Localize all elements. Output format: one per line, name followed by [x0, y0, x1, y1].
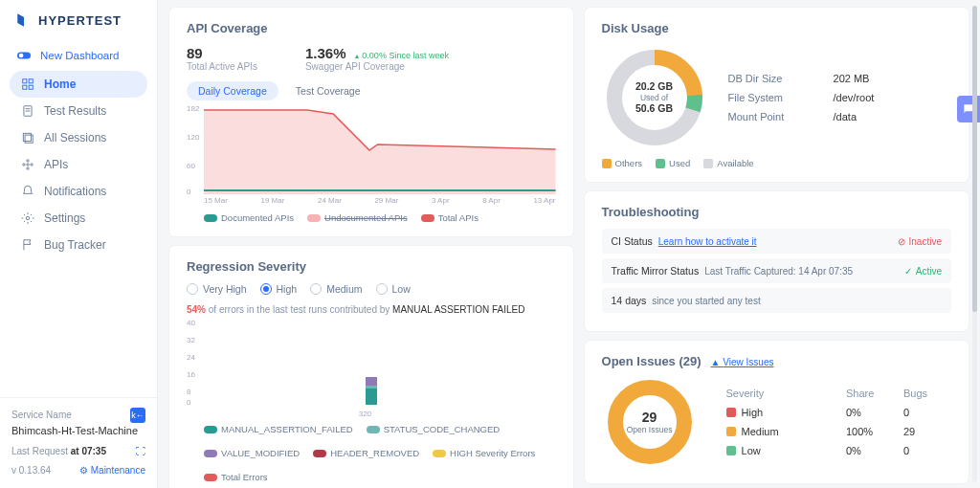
svg-rect-2	[23, 79, 27, 83]
issues-count: 29	[642, 410, 657, 426]
nav-label: APIs	[44, 158, 68, 171]
regression-card: Regression Severity Very HighHighMediumL…	[169, 246, 573, 488]
mirror-status-badge: ✓ Active	[904, 266, 942, 277]
svg-rect-5	[29, 85, 33, 89]
sidebar: HYPERTEST New Dashboard HomeTest Results…	[0, 0, 158, 488]
regression-text: of errors in the last test runs contribu…	[206, 304, 392, 315]
ci-status-row: CI Status Learn how to activate it ⊘ Ina…	[602, 229, 951, 254]
new-dashboard-toggle[interactable]: New Dashboard	[10, 42, 147, 69]
nav-label: Bug Tracker	[44, 238, 106, 252]
disk-usage-title: Disk Usage	[602, 21, 951, 35]
logo-icon	[15, 11, 33, 29]
regression-chart: 40 32 24 16 8 0 320	[204, 321, 556, 416]
view-issues-link[interactable]: ▲ View Issues	[711, 357, 774, 367]
doc-icon	[21, 104, 34, 118]
last-request-label: Last Request	[11, 446, 68, 456]
scrollbar-thumb[interactable]	[972, 6, 977, 312]
legend-item[interactable]: MANUAL_ASSERTION_FAILED	[204, 424, 353, 434]
main: API Coverage 89 Total Active APIs 1.36% …	[158, 0, 980, 488]
tab-daily-coverage[interactable]: Daily Coverage	[187, 81, 278, 100]
nav-label: Notifications	[44, 185, 106, 198]
hdr-severity: Severity	[726, 388, 846, 399]
regression-type: MANUAL ASSERTION FAILED	[392, 304, 524, 315]
svg-point-1	[19, 54, 24, 58]
legend-item[interactable]: VALUE_MODIFIED	[204, 448, 300, 458]
maintenance-link[interactable]: ⚙ Maintenance	[79, 463, 145, 478]
legend-item[interactable]: Available	[703, 158, 753, 168]
radio-low[interactable]: Low	[376, 283, 411, 295]
issues-label: Open Issues	[627, 425, 673, 434]
hdr-bugs: Bugs	[903, 388, 951, 399]
legend-item[interactable]: HIGH Severity Errors	[433, 448, 535, 458]
sidebar-item-test-results[interactable]: Test Results	[10, 98, 147, 124]
svg-point-16	[26, 216, 30, 220]
nav-label: Home	[44, 78, 76, 91]
disk-donut: 20.2 GB Used of 50.6 GB	[602, 45, 707, 150]
sidebar-item-settings[interactable]: Settings	[10, 205, 147, 232]
svg-point-12	[23, 164, 25, 166]
legend-total: Total APIs	[438, 212, 479, 223]
swagger-label: Swagger API Coverage	[305, 61, 449, 72]
sidebar-item-notifications[interactable]: Notifications	[10, 178, 147, 205]
disk-val: /data	[834, 111, 857, 122]
disk-total: 50.6 GB	[635, 102, 673, 115]
legend-item[interactable]: Total Errors	[204, 472, 268, 482]
radio-high[interactable]: High	[260, 283, 298, 295]
legend-item[interactable]: HEADER_REMOVED	[313, 448, 419, 458]
ci-activate-link[interactable]: Learn how to activate it	[658, 236, 757, 247]
svg-point-11	[27, 164, 29, 166]
legend-undocumented[interactable]: Undocumented APIs	[324, 212, 408, 223]
regression-pct: 54%	[187, 304, 206, 315]
legend-item[interactable]: STATUS_CODE_CHANGED	[367, 424, 501, 434]
days-label: 14 days	[612, 295, 647, 306]
swagger-pct: 1.36%	[305, 45, 346, 61]
disk-key: DB Dir Size	[728, 73, 811, 84]
active-apis-count: 89	[187, 45, 257, 61]
issue-row: High0%0	[726, 403, 951, 422]
nav-label: Settings	[44, 211, 85, 225]
legend-item[interactable]: Used	[656, 158, 690, 168]
nav-label: All Sessions	[44, 131, 106, 144]
last-request-icon[interactable]: ⛶	[136, 444, 145, 459]
disk-usage-card: Disk Usage 20.2 GB Used of 50.6 GB	[585, 8, 969, 182]
api-icon	[21, 158, 34, 171]
open-issues-title: Open Issues (29)	[602, 354, 702, 368]
grid-icon	[21, 78, 34, 91]
coverage-xaxis: 15 Mar19 Mar24 Mar29 Mar3 Apr8 Apr13 Apr	[204, 196, 556, 205]
mirror-label: Traffic Mirror Status	[612, 265, 700, 277]
regression-title: Regression Severity	[187, 259, 556, 274]
nav: New Dashboard HomeTest ResultsAll Sessio…	[0, 38, 157, 262]
logo[interactable]: HYPERTEST	[0, 0, 157, 38]
logo-text: HYPERTEST	[38, 13, 122, 28]
svg-point-15	[27, 167, 29, 169]
active-apis-label: Total Active APIs	[187, 61, 257, 72]
ci-status-badge: ⊘ Inactive	[898, 236, 942, 247]
svg-rect-9	[23, 133, 31, 141]
sidebar-item-home[interactable]: Home	[10, 71, 147, 98]
tab-test-coverage[interactable]: Test Coverage	[284, 81, 372, 100]
sidebar-item-bug-tracker[interactable]: Bug Tracker	[10, 232, 147, 258]
legend-item[interactable]: Others	[602, 158, 643, 168]
coverage-chart: 182 120 60 0	[204, 106, 556, 194]
sidebar-item-all-sessions[interactable]: All Sessions	[10, 124, 147, 151]
radio-medium[interactable]: Medium	[310, 283, 362, 295]
disk-used: 20.2 GB	[635, 80, 673, 93]
sidebar-item-apis[interactable]: APIs	[10, 151, 147, 178]
service-badge[interactable]: k←	[130, 408, 145, 423]
bar-x-label: 320	[359, 410, 371, 418]
troubleshooting-title: Troubleshooting	[602, 205, 951, 219]
api-coverage-card: API Coverage 89 Total Active APIs 1.36% …	[169, 8, 573, 236]
radio-very-high[interactable]: Very High	[187, 283, 247, 295]
svg-point-14	[27, 160, 29, 162]
disk-used-label: Used of	[640, 93, 668, 102]
sidebar-footer: Service Name k← Bhimcash-Ht-Test-Machine…	[0, 397, 157, 488]
api-coverage-title: API Coverage	[187, 21, 556, 35]
disk-key: File System	[728, 92, 811, 103]
last-request-value: at 07:35	[71, 446, 106, 456]
gear-icon	[21, 211, 34, 225]
mirror-text: Last Traffic Captured: 14 Apr 07:35	[704, 266, 853, 277]
days-text: since you started any test	[652, 296, 760, 306]
flag-icon	[21, 238, 34, 252]
swagger-delta: 0.00% Since last week	[353, 51, 448, 60]
svg-rect-10	[25, 135, 33, 143]
